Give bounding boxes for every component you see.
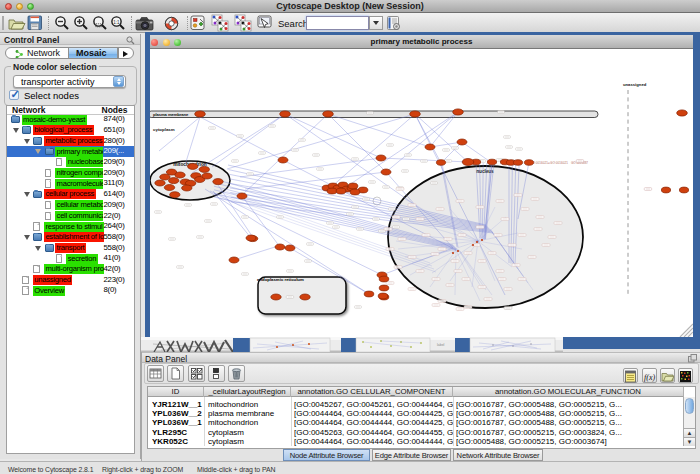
svg-text:1:1: 1:1: [113, 20, 120, 25]
svg-text:GO:0016021=GO:0016021: GO:0016021=GO:0016021: [530, 161, 568, 165]
svg-text:cytoplasm: cytoplasm: [153, 127, 175, 132]
svg-text:endoplasmic reticulum: endoplasmic reticulum: [257, 277, 304, 282]
svg-text:unassigned: unassigned: [623, 82, 647, 87]
svg-text:label: label: [437, 343, 445, 347]
svg-text:plasma membrane: plasma membrane: [153, 112, 189, 117]
svg-text:f(x): f(x): [644, 373, 655, 382]
